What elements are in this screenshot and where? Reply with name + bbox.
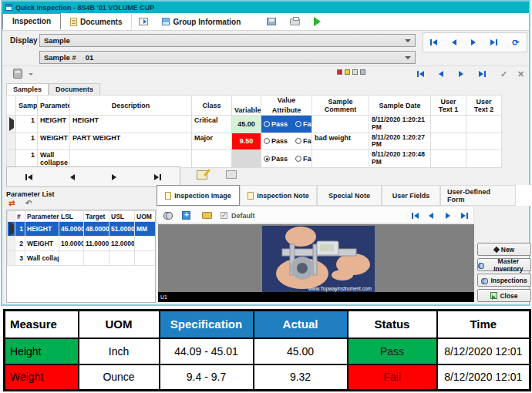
gallery-icon[interactable] <box>13 69 22 79</box>
row-selector[interactable] <box>7 116 16 133</box>
parameter-row-weight[interactable]: 2 WEIGHT 10.000000 11.000000 12.000000 <box>8 237 156 251</box>
cell-class[interactable]: Major <box>192 133 232 150</box>
cell-variable[interactable]: 45.00 <box>232 116 261 133</box>
cell-comment[interactable]: bad weight <box>312 133 369 150</box>
zoom-fit-icon[interactable] <box>182 211 190 220</box>
default-checkbox[interactable]: ✓ <box>221 212 227 219</box>
grid-next-button[interactable] <box>459 71 463 77</box>
cell-date[interactable]: 8/11/2020 1:20:48 PM <box>369 150 431 168</box>
undo-icon[interactable]: ↶ <box>25 200 32 207</box>
image-footer-bar: U1 <box>158 292 474 302</box>
cell-description[interactable]: HEIGHT <box>70 116 192 133</box>
tab-inspection[interactable]: Inspection <box>2 13 61 30</box>
tab-documents[interactable]: Documents <box>61 13 132 30</box>
current-row-arrow-icon <box>9 222 14 236</box>
master-inventory-button[interactable]: Master Inventory <box>477 258 531 271</box>
grid-first-button[interactable] <box>417 71 424 77</box>
tab-samples[interactable]: Samples <box>6 83 49 95</box>
cell-parameter[interactable]: HEIGHT <box>38 116 70 133</box>
pass-radio[interactable]: Pass <box>264 155 288 163</box>
fail-radio[interactable]: Fail <box>295 155 311 163</box>
first-record-button[interactable] <box>430 39 437 45</box>
pass-radio[interactable]: Pass <box>264 120 288 128</box>
actual-cell: 9.32 <box>254 364 348 391</box>
image-previous-button[interactable] <box>429 213 433 219</box>
parameter-list-title: Parameter List <box>6 190 55 198</box>
cell-comment[interactable] <box>312 116 369 133</box>
row-selector[interactable] <box>7 150 16 168</box>
parameter-row-wall-collapse[interactable]: 3 Wall collapse <box>8 251 156 266</box>
cell-sample[interactable]: 1 <box>16 133 38 150</box>
accept-check-icon[interactable]: ✓ <box>500 69 507 79</box>
window-title: Quick Inspection - 8S4B '01 VOLUME CUP <box>15 4 154 12</box>
copy-icon[interactable] <box>226 170 237 179</box>
tab-inspection-note[interactable]: Inspection Note <box>240 185 317 206</box>
cell-parameter[interactable]: Wall collapse <box>38 150 70 168</box>
cell-user1[interactable] <box>431 150 466 168</box>
cell-user2[interactable] <box>466 133 502 150</box>
tab-user-fields[interactable]: User Fields <box>382 185 440 206</box>
cell-user1[interactable] <box>431 133 466 150</box>
group-information-button[interactable]: Group Information <box>155 13 247 30</box>
tab-grid-documents[interactable]: Documents <box>49 83 100 95</box>
fail-radio[interactable]: Fail <box>295 137 311 145</box>
first-button[interactable] <box>25 174 32 180</box>
cell-variable[interactable] <box>232 150 261 168</box>
last-button[interactable] <box>154 174 161 180</box>
previous-record-button[interactable] <box>452 39 456 45</box>
col-parameter: Parameter <box>25 211 59 222</box>
refresh-icon[interactable]: ⟳ <box>512 39 519 47</box>
cell-description[interactable] <box>70 150 192 168</box>
close-button[interactable]: Close <box>477 289 531 302</box>
cell-class[interactable] <box>192 150 232 168</box>
cell-sample[interactable]: 1 <box>16 116 38 133</box>
edit-note-icon[interactable] <box>197 170 207 180</box>
display-by-dropdown[interactable]: Sample <box>39 34 416 47</box>
print-button[interactable] <box>283 13 307 30</box>
cell-date[interactable]: 8/11/2020 1:20:21 PM <box>369 116 431 133</box>
fail-radio[interactable]: Fail <box>295 120 311 128</box>
tab-user-defined-form[interactable]: User-Defined Form <box>440 185 516 206</box>
gallery-dropdown-chevron-icon[interactable] <box>29 73 33 76</box>
cell-user2[interactable] <box>466 116 502 133</box>
parameter-row-height[interactable]: 1 HEIGHT 45.000000 48.000000 51.000000 M… <box>8 222 156 237</box>
last-record-button[interactable] <box>490 39 497 45</box>
grid-last-button[interactable] <box>479 71 486 77</box>
new-button[interactable]: New <box>477 243 531 256</box>
grid-previous-button[interactable] <box>439 71 443 77</box>
cell-user1[interactable] <box>431 116 466 133</box>
folder-icon[interactable] <box>202 212 212 219</box>
cell-comment[interactable] <box>312 150 369 168</box>
cancel-x-icon[interactable]: ✕ <box>517 69 524 79</box>
row-selector[interactable] <box>7 133 16 150</box>
go-button[interactable] <box>307 13 328 30</box>
cell-parameter[interactable]: WEIGHT <box>38 133 70 150</box>
sample-number-dropdown[interactable]: Sample # 01 <box>39 51 416 64</box>
window-popout-button[interactable] <box>132 13 155 30</box>
app-icon <box>5 4 12 11</box>
cell-description[interactable]: PART WEIGHT <box>70 133 192 150</box>
image-last-button[interactable] <box>461 213 468 219</box>
next-record-button[interactable] <box>471 39 476 45</box>
cell-class[interactable]: Critical <box>192 116 232 133</box>
note-icon <box>247 192 254 200</box>
inspections-button[interactable]: Inspections <box>477 274 531 287</box>
col-value-attribute: Value Attribute <box>261 96 312 116</box>
cell-variable[interactable]: 9.50 <box>232 133 261 150</box>
previous-button[interactable] <box>70 174 75 180</box>
image-note-icon <box>165 192 171 200</box>
image-next-button[interactable] <box>446 213 450 219</box>
status-badge: Fail <box>348 364 437 391</box>
pass-radio[interactable]: Pass <box>264 137 288 145</box>
filter-panel: Display by Sample Sample # 01 ⟳ <box>2 31 529 66</box>
find-binoculars-icon[interactable] <box>163 212 173 218</box>
image-first-button[interactable] <box>412 213 419 219</box>
next-button[interactable] <box>112 174 116 180</box>
cell-date[interactable]: 8/11/2020 1:20:27 PM <box>369 133 431 150</box>
cell-sample[interactable]: 1 <box>16 150 38 168</box>
tab-inspection-image[interactable]: Inspection Image <box>157 185 240 206</box>
cell-user2[interactable] <box>466 150 502 168</box>
tab-special-note[interactable]: Special Note <box>317 185 382 206</box>
transfer-icon[interactable]: ⇄ <box>8 200 15 207</box>
save-button[interactable] <box>260 13 283 30</box>
